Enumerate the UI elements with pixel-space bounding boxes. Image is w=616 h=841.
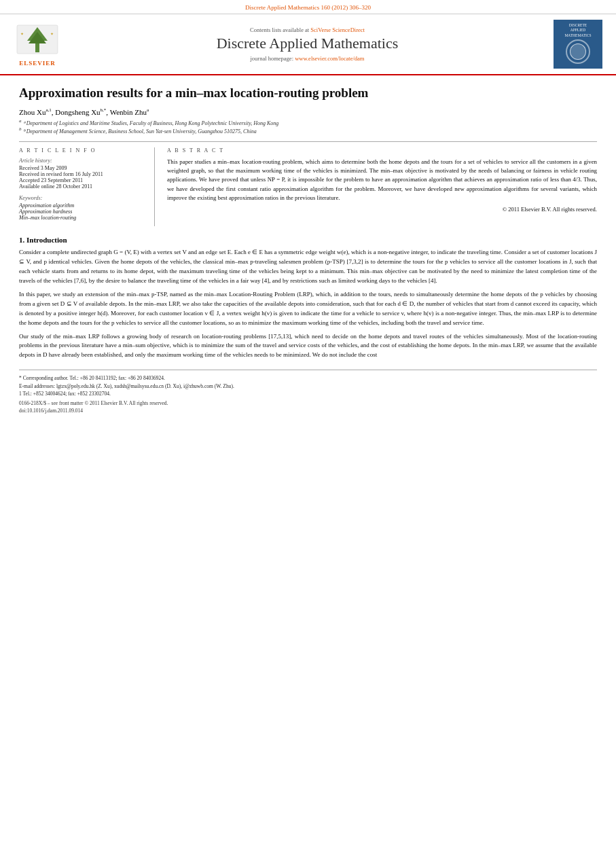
keywords-group: Keywords: Approximation algorithm Approx… xyxy=(19,195,146,221)
intro-paragraph-3: Our study of the min–max LRP follows a g… xyxy=(19,332,597,361)
main-content: Approximation results for a min–max loca… xyxy=(0,75,616,425)
info-abstract-section: A R T I C L E I N F O Article history: R… xyxy=(19,141,597,226)
dam-logo: DISCRETEAPPLIEDMATHEMATICS xyxy=(554,20,602,69)
contents-line: Contents lists available at SciVerse Sci… xyxy=(61,26,554,33)
revised-line: Received in revised form 16 July 2011 xyxy=(19,171,146,177)
homepage-line: journal homepage: www.elsevier.com/locat… xyxy=(61,55,554,62)
footnote-star: * Corresponding author. Tel.: +86 20 841… xyxy=(19,374,597,382)
footnote-one: 1 Tel.: +852 34004624; fax: +852 2330270… xyxy=(19,390,597,397)
copyright-line: © 2011 Elsevier B.V. All rights reserved… xyxy=(167,205,597,214)
accepted-line: Accepted 23 September 2011 xyxy=(19,177,146,183)
affiliation-b: b ᵇ Department of Management Science, Bu… xyxy=(19,126,597,135)
elsevier-logo: ✦ ✦ ELSEVIER xyxy=(14,22,61,67)
intro-paragraph-1: Consider a complete undirected graph G =… xyxy=(19,248,597,286)
article-title: Approximation results for a min–max loca… xyxy=(19,85,597,102)
elsevier-name-label: ELSEVIER xyxy=(19,60,56,67)
journal-header: ✦ ✦ ELSEVIER Contents lists available at… xyxy=(0,14,616,75)
svg-rect-1 xyxy=(35,42,39,52)
history-group: Article history: Received 3 May 2009 Rec… xyxy=(19,158,146,190)
footnote-emails: E-mail addresses: lgtzx@poly.edu.hk (Z. … xyxy=(19,382,597,390)
keyword-1: Approximation algorithm xyxy=(19,202,146,209)
available-line: Available online 28 October 2011 xyxy=(19,183,146,190)
article-info-label: A R T I C L E I N F O xyxy=(19,147,146,154)
journal-top-bar: Discrete Applied Mathematics 160 (2012) … xyxy=(0,0,616,14)
intro-paragraph-2: In this paper, we study an extension of … xyxy=(19,290,597,328)
sciverse-link[interactable]: SciVerse ScienceDirect xyxy=(310,26,365,33)
abstract-col: A B S T R A C T This paper studies a min… xyxy=(167,147,597,226)
issn-line: 0166-218X/$ – see front matter © 2011 El… xyxy=(19,399,597,415)
svg-text:✦: ✦ xyxy=(50,32,54,36)
svg-text:✦: ✦ xyxy=(20,32,24,36)
journal-title: Discrete Applied Mathematics xyxy=(61,35,554,52)
journal-citation: Discrete Applied Mathematics 160 (2012) … xyxy=(245,4,371,11)
keywords-title: Keywords: xyxy=(19,195,146,201)
received-line: Received 3 May 2009 xyxy=(19,165,146,171)
journal-center-block: Contents lists available at SciVerse Sci… xyxy=(61,26,554,62)
authors-line: Zhou Xua,1, Dongsheng Xub,*, Wenbin Zhua xyxy=(19,107,597,116)
intro-section-title: 1. Introduction xyxy=(19,236,597,244)
history-title: Article history: xyxy=(19,158,146,164)
article-info-col: A R T I C L E I N F O Article history: R… xyxy=(19,147,155,226)
keyword-2: Approximation hardness xyxy=(19,209,146,215)
homepage-link[interactable]: www.elsevier.com/locate/dam xyxy=(295,55,364,62)
footnotes-area: * Corresponding author. Tel.: +86 20 841… xyxy=(19,370,597,414)
keyword-3: Min–max location-routing xyxy=(19,215,146,221)
affiliation-a: a ᵃ Department of Logistics and Maritime… xyxy=(19,118,597,126)
affiliations: a ᵃ Department of Logistics and Maritime… xyxy=(19,118,597,135)
abstract-label: A B S T R A C T xyxy=(167,147,597,154)
abstract-text: This paper studies a min–max location-ro… xyxy=(167,158,597,214)
